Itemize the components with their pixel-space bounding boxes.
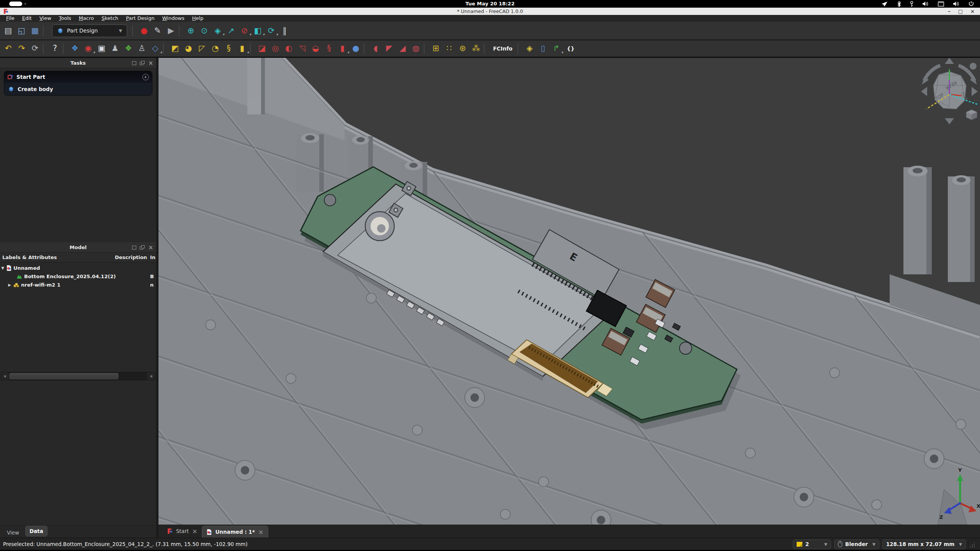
fcinfo-macro-button[interactable]: FCInfo (489, 46, 516, 52)
tree-row-mesh[interactable]: Bottom Enclosure_2025.04.12(2) B (0, 272, 156, 280)
dropdown-arrow-icon[interactable]: ▾ (561, 51, 563, 54)
chamfer-icon[interactable]: ◤ (383, 42, 395, 55)
additive-primitive-icon[interactable]: ▮▾ (236, 42, 248, 55)
new-document-icon[interactable]: ▤ (2, 24, 15, 37)
subtractive-primitive-icon[interactable]: ▮▾ (336, 42, 349, 55)
bluetooth-icon[interactable] (897, 1, 901, 7)
save-document-icon[interactable]: ▦ (29, 24, 41, 37)
zoom-fit-all-icon[interactable]: ⊕ (185, 24, 197, 37)
zoom-sync-icon[interactable]: ⟳▾ (265, 24, 278, 37)
navigation-style-selector[interactable]: Blender ▼ (834, 540, 879, 549)
float-panel-icon[interactable] (132, 246, 136, 249)
pad-icon[interactable]: ◩ (169, 42, 181, 55)
dropdown-arrow-icon[interactable]: ▾ (93, 51, 95, 54)
mirror-icon[interactable]: ⊞ (430, 42, 442, 55)
menu-tools[interactable]: Tools (55, 15, 75, 22)
additive-pipe-icon[interactable]: ◔ (209, 42, 222, 55)
workbench-selector[interactable]: Part Design▼ (52, 24, 127, 37)
tasks-panel-header[interactable]: Tasks × (0, 58, 156, 68)
subtractive-loft-icon[interactable]: ◹ (296, 42, 309, 55)
close-panel-icon[interactable]: × (148, 246, 153, 249)
additive-loft-icon[interactable]: ◸ (196, 42, 208, 55)
axonometric-view-icon[interactable]: ◈▾ (211, 24, 224, 37)
volume-icon[interactable] (923, 1, 929, 7)
dropdown-arrow-icon[interactable]: ▾ (222, 33, 224, 36)
system-clock[interactable]: Tue May 20 18:22 (0, 0, 980, 8)
scrollbar-thumb[interactable] (10, 373, 118, 379)
resize-grip[interactable] (969, 541, 975, 547)
thickness-icon[interactable]: ◍ (410, 42, 422, 55)
clone-icon[interactable]: ▯ (537, 42, 549, 55)
polar-pattern-icon[interactable]: ⊛ (456, 42, 469, 55)
close-tab-icon[interactable]: × (192, 528, 197, 535)
attach-sketch-icon[interactable]: ♟ (109, 42, 121, 55)
whats-this-icon[interactable]: ? (49, 42, 61, 55)
tab-start[interactable]: Start × (162, 525, 202, 538)
tree-row-part[interactable]: ▶ nref-wifi-m2 1 n (0, 280, 156, 289)
create-sketch-icon[interactable]: ◉▾ (82, 42, 95, 55)
close-button[interactable]: × (970, 8, 975, 15)
create-datum-icon[interactable]: ♙ (136, 42, 148, 55)
zoom-selection-icon[interactable]: ⊙ (198, 24, 211, 37)
dropdown-arrow-icon[interactable]: ▾ (249, 33, 251, 36)
float-panel-icon[interactable] (132, 61, 136, 65)
multi-transform-icon[interactable]: ⁂ (470, 42, 482, 55)
open-document-icon[interactable]: ◱ (15, 24, 28, 37)
close-tab-icon[interactable]: × (258, 528, 263, 536)
menu-help[interactable]: Help (188, 15, 207, 22)
macro-execute-icon[interactable]: ▶ (165, 24, 177, 37)
view-dimension-indicator[interactable]: 128.18 mm x 72.07 mm ▼ (882, 540, 966, 549)
hole-icon[interactable]: ◎ (269, 42, 282, 55)
create-body-task[interactable]: Create body (4, 83, 152, 95)
macro-record-icon[interactable]: ● (138, 24, 150, 37)
refresh-icon[interactable]: ⟳ (29, 42, 41, 55)
tree-column-header[interactable]: Labels & Attributes Description In (0, 253, 156, 262)
view-cursor-icon[interactable]: ◧▾ (252, 24, 264, 37)
dropdown-arrow-icon[interactable]: ▾ (160, 51, 162, 54)
shapebinder-icon[interactable]: ◈ (523, 42, 536, 55)
menu-sketch[interactable]: Sketch (98, 15, 122, 22)
pocket-icon[interactable]: ◪ (256, 42, 268, 55)
tree-horizontal-scrollbar[interactable] (1, 372, 155, 380)
dropdown-arrow-icon[interactable]: ▾ (247, 51, 249, 54)
subtractive-pipe-icon[interactable]: ◒ (309, 42, 322, 55)
minimize-button[interactable]: – (948, 8, 951, 15)
groove-icon[interactable]: ◐ (283, 42, 295, 55)
network-icon[interactable] (938, 2, 944, 7)
draft-icon[interactable]: ◢ (396, 42, 409, 55)
tab-unnamed-document[interactable]: Unnamed : 1* × (202, 526, 268, 538)
subtractive-helix-icon[interactable]: § (323, 42, 335, 55)
macro-edit-icon[interactable]: ✎ (151, 24, 164, 37)
undock-panel-icon[interactable] (140, 61, 145, 65)
maximize-button[interactable]: □ (958, 8, 963, 15)
nav-cube-menu[interactable] (970, 63, 977, 70)
validate-sketch-icon[interactable]: ▣ (95, 42, 108, 55)
datum-plane-icon[interactable]: ◇▾ (149, 42, 162, 55)
expand-caret-icon[interactable]: ▼ (0, 266, 5, 270)
unit-decimals-selector[interactable]: 2 ▼ (793, 540, 831, 549)
mini-cube-icon[interactable] (966, 110, 977, 120)
collapsed-caret-icon[interactable]: ▶ (7, 283, 12, 287)
tree-row-document[interactable]: ▼ Unnamed (0, 264, 156, 272)
3d-viewport[interactable]: E (158, 58, 980, 525)
power-icon[interactable] (969, 1, 974, 7)
redo-icon[interactable]: ↷ (15, 42, 28, 55)
dropdown-arrow-icon[interactable]: ▾ (347, 51, 349, 54)
scroll-right-button[interactable] (147, 372, 155, 380)
menu-view[interactable]: View (36, 15, 55, 22)
revolution-icon[interactable]: ◕ (182, 42, 195, 55)
tab-data[interactable]: Data (25, 526, 47, 536)
align-to-selection-icon[interactable]: ↗ (225, 24, 237, 37)
linear-pattern-icon[interactable]: ∷ (443, 42, 456, 55)
collapse-chevron-icon[interactable]: « (142, 74, 149, 80)
menu-windows[interactable]: Windows (158, 15, 188, 22)
scroll-left-button[interactable] (1, 372, 9, 380)
menu-macro[interactable]: Macro (75, 15, 98, 22)
send-icon[interactable] (882, 2, 888, 7)
create-body-icon[interactable]: ❖ (69, 42, 81, 55)
key-icon[interactable] (910, 1, 913, 7)
menu-edit[interactable]: Edit (18, 15, 36, 22)
map-sketch-to-face-icon[interactable]: ❖ (122, 42, 135, 55)
additive-helix-icon[interactable]: § (222, 42, 235, 55)
undock-panel-icon[interactable] (140, 245, 145, 249)
